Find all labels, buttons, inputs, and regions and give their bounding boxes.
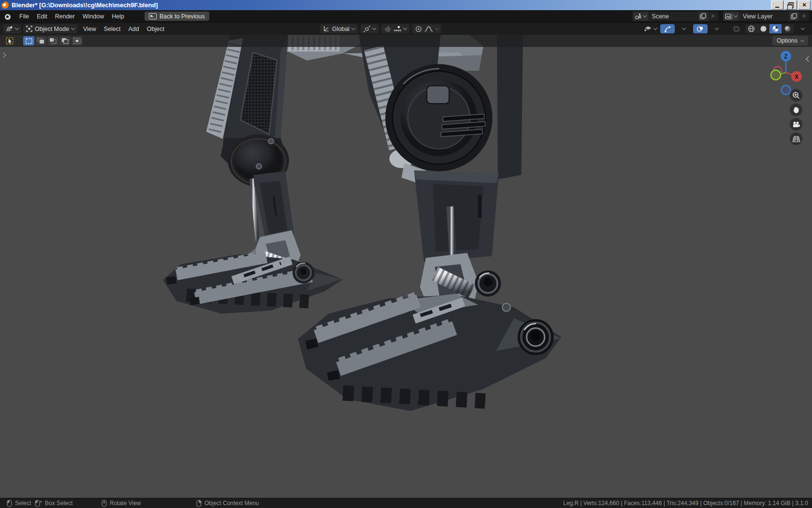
- toggle-ortho-button[interactable]: [790, 133, 802, 145]
- scene-icon: [635, 13, 642, 20]
- chevron-down-icon: [15, 26, 19, 30]
- select-mode-intersect-button[interactable]: [72, 36, 83, 45]
- menu-object[interactable]: Object: [143, 23, 168, 35]
- transform-orientation-dropdown[interactable]: Global: [320, 24, 358, 33]
- editor-3d-viewport-icon: [6, 26, 13, 32]
- menu-render[interactable]: Render: [51, 10, 79, 22]
- tweak-tool-icon: [6, 37, 14, 45]
- chevron-down-icon: [800, 38, 804, 42]
- orientation-label: Global: [332, 26, 349, 32]
- menu-select[interactable]: Select: [100, 23, 125, 35]
- gizmo-axis-z-neg[interactable]: [782, 86, 791, 95]
- close-button[interactable]: ✕: [798, 0, 811, 10]
- gizmo-axis-y[interactable]: [771, 70, 781, 80]
- select-mode-new-button[interactable]: [23, 36, 34, 45]
- editor-type-button[interactable]: [3, 24, 21, 33]
- grid-icon: [792, 135, 800, 143]
- rendered-icon: [784, 25, 791, 32]
- viewport-nav-buttons: [790, 89, 802, 145]
- menu-file[interactable]: File: [15, 10, 33, 22]
- viewport-header: Object Mode View Select Add Object Globa…: [0, 23, 812, 35]
- blender-logo-icon: [1, 1, 9, 9]
- mech-model[interactable]: [0, 35, 812, 498]
- gizmo-x-label: X: [795, 74, 798, 80]
- shading-mode-group: [745, 24, 794, 33]
- pivot-point-dropdown[interactable]: [361, 24, 378, 33]
- gizmo-dropdown[interactable]: [677, 24, 691, 33]
- chevron-down-icon: [351, 26, 355, 30]
- blender-app-icon[interactable]: [4, 13, 12, 20]
- select-mode-extend-button[interactable]: [35, 36, 46, 45]
- new-scene-button[interactable]: [698, 12, 708, 21]
- title-bar[interactable]: Blender* [G:\Downloads\!cg\Mech\mech9F.b…: [0, 0, 812, 10]
- maximize-button[interactable]: [784, 0, 797, 10]
- shading-wireframe-button[interactable]: [745, 24, 757, 33]
- object-visibility-dropdown[interactable]: [642, 24, 658, 33]
- chevron-down-icon: [642, 14, 646, 17]
- falloff-curve-icon[interactable]: [424, 26, 433, 32]
- mode-dropdown[interactable]: Object Mode: [23, 24, 77, 33]
- zoom-icon: [792, 91, 800, 99]
- xray-icon: [732, 25, 740, 32]
- chevron-down-icon: [403, 26, 407, 30]
- camera-view-button[interactable]: [790, 118, 802, 131]
- proportional-edit-icon[interactable]: [415, 26, 422, 32]
- zoom-button[interactable]: [790, 89, 802, 102]
- shading-material-preview-button[interactable]: [769, 24, 782, 33]
- model-left-leg[interactable]: [163, 35, 343, 314]
- hint-label: Select: [15, 500, 31, 507]
- select-subtract-icon: [49, 38, 57, 44]
- hint-label: Rotate View: [110, 500, 141, 507]
- new-view-layer-button[interactable]: [789, 12, 799, 21]
- hint-box-select: Box Select: [35, 498, 72, 508]
- menu-window[interactable]: Window: [79, 10, 108, 22]
- viewport-3d[interactable]: Options Z X: [0, 35, 812, 498]
- mouse-middle-icon: [102, 500, 107, 507]
- shading-dropdown[interactable]: [796, 24, 810, 33]
- view-layer-selector: View Layer ✕: [723, 12, 809, 21]
- hint-context-menu: Object Context Menu: [196, 498, 259, 508]
- copy-icon: [700, 13, 706, 19]
- minimize-button[interactable]: [771, 0, 783, 10]
- options-button[interactable]: Options: [772, 36, 808, 45]
- menu-add[interactable]: Add: [125, 23, 143, 35]
- camera-icon: [792, 121, 800, 128]
- material-preview-icon: [772, 25, 779, 32]
- pan-button[interactable]: [790, 104, 802, 116]
- snap-group: [381, 24, 409, 33]
- select-intersect-icon: [73, 38, 81, 44]
- view-layer-name[interactable]: View Layer: [739, 13, 789, 20]
- minimize-icon: [775, 7, 779, 8]
- model-right-leg[interactable]: [298, 35, 562, 411]
- maximize-icon: [788, 2, 794, 8]
- overlays-dropdown[interactable]: [710, 24, 724, 33]
- chevron-down-icon: [682, 26, 686, 30]
- close-icon: ✕: [802, 2, 806, 8]
- select-mode-invert-button[interactable]: [59, 36, 71, 45]
- view-layer-browse-button[interactable]: [723, 12, 739, 21]
- select-mode-subtract-button[interactable]: [47, 36, 58, 45]
- snap-magnet-icon[interactable]: [384, 26, 391, 32]
- active-tool-tweak-button[interactable]: [4, 36, 16, 46]
- wireframe-icon: [748, 25, 755, 32]
- scene-selector: Scene ✕: [633, 12, 718, 21]
- window-title: Blender* [G:\Downloads\!cg\Mech\mech9F.b…: [12, 1, 158, 9]
- show-gizmo-toggle[interactable]: [660, 24, 675, 33]
- scene-browse-button[interactable]: [633, 12, 648, 21]
- knee-vent-slots: [441, 114, 485, 137]
- copy-icon: [791, 13, 797, 19]
- scene-name[interactable]: Scene: [648, 13, 698, 20]
- back-to-previous-button[interactable]: Back to Previous: [145, 12, 209, 21]
- shading-rendered-button[interactable]: [782, 24, 794, 33]
- xray-toggle[interactable]: [729, 24, 743, 33]
- menu-view[interactable]: View: [79, 23, 100, 35]
- gizmo-z-label: Z: [784, 53, 787, 60]
- snap-target-icon[interactable]: [393, 26, 401, 32]
- menu-edit[interactable]: Edit: [33, 10, 51, 22]
- menu-help[interactable]: Help: [108, 10, 128, 22]
- chevron-down-icon: [653, 26, 657, 30]
- mouse-left-drag-icon: [35, 500, 42, 507]
- pivot-point-icon: [363, 26, 370, 32]
- shading-solid-button[interactable]: [757, 24, 769, 33]
- show-overlays-toggle[interactable]: [693, 24, 708, 33]
